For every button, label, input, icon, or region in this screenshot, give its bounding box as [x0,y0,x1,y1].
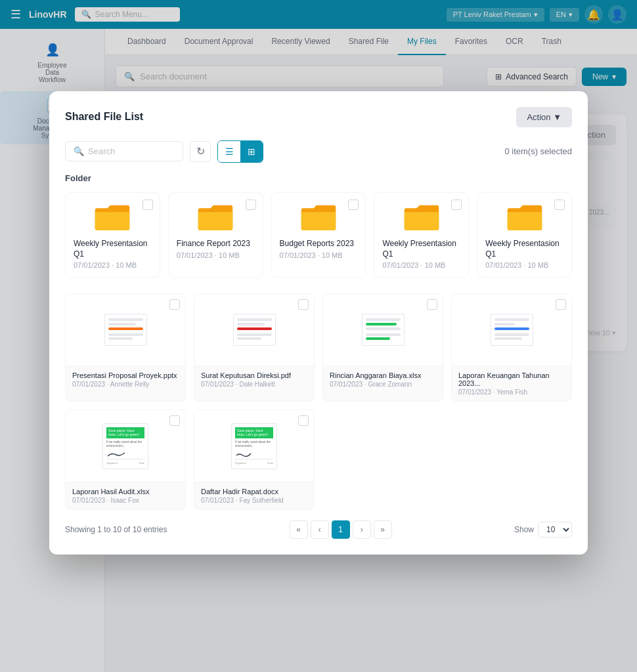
file-card-0[interactable]: Presentasi Proposal Proyek.pptx 07/01/20… [65,293,186,402]
file-checkbox-5[interactable] [298,415,309,426]
folder-checkbox-2[interactable] [348,200,359,210]
folder-icon-0 [74,201,152,234]
file-preview-3 [452,294,571,366]
file-name-4: Laporan Hasil Audit.xlsx [72,488,179,495]
folder-card-0[interactable]: Weekly Presentasion Q1 07/01/2023 · 10 M… [65,192,160,278]
modal-controls: 🔍 Search ↻ ☰ ⊞ 0 item(s) selected [65,140,572,163]
hamburger-icon[interactable]: ☰ [11,7,21,22]
file-info-5: Daftar Hadir Rapat.docx 07/01/2023 · Fay… [194,482,314,509]
view-toggle: ☰ ⊞ [217,140,263,163]
file-info-3: Laporan Keuangan Tahunan 2023... 07/01/2… [452,366,571,401]
file-card-4[interactable]: Save paper. Save trees. Let's go green! … [65,410,186,510]
sidebar-item-employee[interactable]: 👤 EmployeeDataWorkflow [0,35,104,89]
modal-action-button[interactable]: Action ▼ [516,107,572,127]
notifications-icon[interactable]: 🔔 [584,5,603,24]
tab-shared-file[interactable]: Shared File [340,29,398,55]
user-icon[interactable]: 👤 [608,5,626,24]
employee-icon: 👤 [43,41,62,59]
file-meta-0: 07/01/2023 · Annette Relly [72,381,179,388]
folder-card-3[interactable]: Weekly Presentasion Q1 07/01/2023 · 10 M… [374,192,469,278]
file-name-5: Daftar Hadir Rapat.docx [201,488,307,495]
file-meta-4: 07/01/2023 · Isaac Fox [72,497,179,504]
new-button[interactable]: New ▾ [582,68,626,86]
file-card-3[interactable]: Laporan Keuangan Tahunan 2023... 07/01/2… [451,293,572,402]
search-icon: 🔍 [74,146,84,156]
folder-meta-2: 07/01/2023 · 10 MB [280,251,358,259]
folder-checkbox-1[interactable] [246,200,256,210]
list-view-button[interactable]: ☰ [218,141,240,162]
page-header: 🔍 Search document ⊞ Advanced Search New … [116,66,626,87]
folder-meta-4: 07/01/2023 · 10 MB [485,261,563,269]
file-card-1[interactable]: Surat Keputusan Direksi.pdf 07/01/2023 ·… [194,293,315,402]
tab-favorites[interactable]: Favorites [446,29,496,55]
top-nav: ☰ LinovHR 🔍 Search Menu... PT Leniv Rake… [0,0,637,29]
folder-checkbox-4[interactable] [554,200,565,210]
filter-icon: ⊞ [495,72,502,81]
file-checkbox-2[interactable] [427,299,437,310]
folder-icon-1 [177,201,255,234]
tab-dashboard[interactable]: Dashboard [118,29,175,55]
header-actions: ⊞ Advanced Search New ▾ [487,67,626,87]
file-checkbox-3[interactable] [556,299,566,310]
tab-document-approval[interactable]: Document Approval [175,29,263,55]
page-next-button[interactable]: › [353,520,371,539]
folder-card-2[interactable]: Budget Reports 2023 07/01/2023 · 10 MB [271,192,366,278]
folder-name-4: Weekly Presentasion Q1 [485,239,563,259]
folder-meta-3: 07/01/2023 · 10 MB [382,261,460,269]
page-first-button[interactable]: « [290,520,308,539]
refresh-button[interactable]: ↻ [190,141,211,162]
file-checkbox-0[interactable] [169,299,180,310]
folder-icon-4 [485,201,563,234]
tab-trash[interactable]: Trash [533,29,571,55]
show-select[interactable]: 10 25 50 [538,522,572,537]
folder-name-3: Weekly Presentasion Q1 [382,239,460,259]
tab-ocr[interactable]: OCR [496,29,533,55]
folder-checkbox-3[interactable] [451,200,462,210]
advanced-search-button[interactable]: ⊞ Advanced Search [487,67,577,87]
file-meta-2: 07/01/2023 · Grace Zomann [330,381,436,388]
file-info-1: Surat Keputusan Direksi.pdf 07/01/2023 ·… [194,366,314,393]
modal-search-input[interactable]: 🔍 Search [65,141,183,161]
file-card-2[interactable]: Rincian Anggaran Biaya.xlsx 07/01/2023 ·… [322,293,443,402]
modal-header: Shared File List Action ▼ [65,107,572,127]
tab-my-files[interactable]: My Files [398,29,446,55]
folder-icon-3 [382,201,460,234]
folder-checkbox-0[interactable] [143,200,153,210]
file-name-2: Rincian Anggaran Biaya.xlsx [330,371,436,379]
file-info-0: Presentasi Proposal Proyek.pptx 07/01/20… [66,366,185,393]
file-preview-2 [323,294,443,366]
company-selector[interactable]: PT Leniv Raket Prestam ▾ [447,8,544,22]
folder-meta-1: 07/01/2023 · 10 MB [177,251,255,259]
page-1-button[interactable]: 1 [332,520,350,539]
app-logo: LinovHR [29,9,67,20]
folder-card-4[interactable]: Weekly Presentasion Q1 07/01/2023 · 10 M… [477,192,572,278]
nav-search[interactable]: 🔍 Search Menu... [75,7,180,22]
file-card-5[interactable]: Save paper. Save trees. Let's go green! … [194,410,315,510]
document-search[interactable]: 🔍 Search document [116,66,444,87]
folder-name-1: Finance Report 2023 [177,239,255,249]
chevron-down-icon: ▾ [569,10,573,19]
tab-recently-viewed[interactable]: Recently Viewed [262,29,339,55]
show-control: Show 10 25 50 [514,522,572,537]
files-grid: Presentasi Proposal Proyek.pptx 07/01/20… [65,293,572,510]
page-last-button[interactable]: » [374,520,392,539]
nav-search-icon: 🔍 [81,10,91,19]
file-name-0: Presentasi Proposal Proyek.pptx [72,371,179,379]
folder-section-label: Folder [65,173,572,183]
grid-view-button[interactable]: ⊞ [240,141,263,162]
folder-name-2: Budget Reports 2023 [280,239,358,249]
selected-count: 0 item(s) selected [504,146,572,156]
chevron-down-icon: ▾ [612,72,616,81]
search-icon: 🔍 [124,72,135,81]
file-preview-5: Save paper. Save trees. Let's go green! … [194,410,314,482]
folder-meta-0: 07/01/2023 · 10 MB [74,261,152,269]
grid-icon: ⊞ [248,146,255,157]
language-selector[interactable]: EN ▾ [550,8,579,22]
file-meta-1: 07/01/2023 · Dale Halkett [201,381,307,388]
folder-card-1[interactable]: Finance Report 2023 07/01/2023 · 10 MB [168,192,263,278]
refresh-icon: ↻ [196,145,205,158]
file-checkbox-4[interactable] [169,415,180,426]
page-prev-button[interactable]: ‹ [311,520,329,539]
file-name-1: Surat Keputusan Direksi.pdf [201,371,307,379]
file-checkbox-1[interactable] [298,299,309,310]
